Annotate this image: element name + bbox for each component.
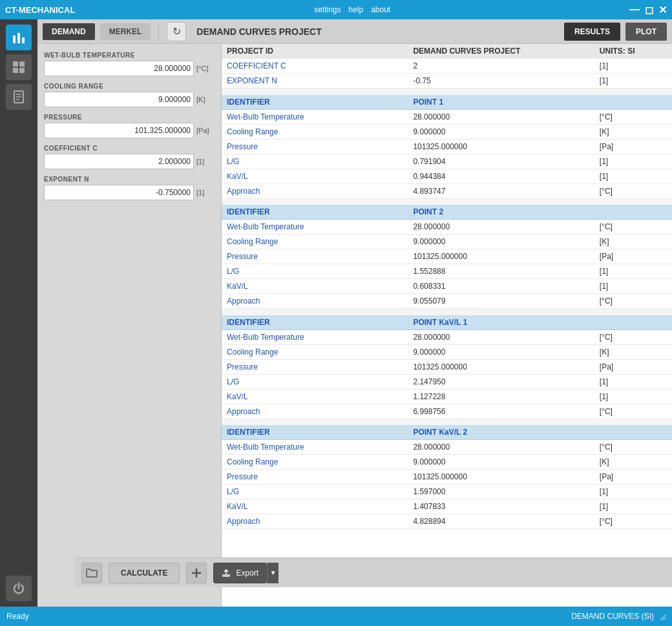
settings-link[interactable]: settings <box>314 5 341 14</box>
cooling-range-unit: [K] <box>196 96 215 103</box>
exponent-unit: [1] <box>196 189 215 196</box>
coefficient-field: COEFFICIENT C [1] <box>44 145 215 169</box>
svg-rect-0 <box>13 36 16 43</box>
table-row: Cooling Range9.000000[K] <box>222 235 672 249</box>
table-row: EXPONENT N-0.75[1] <box>222 74 672 89</box>
svg-line-16 <box>663 618 666 620</box>
table-spacer <box>222 89 672 95</box>
left-sidebar <box>0 19 37 607</box>
titlebar-controls: — ◻ ✕ <box>629 4 667 16</box>
section-header-row: IDENTIFIERPOINT KaV/L 2 <box>222 425 672 440</box>
table-row: Wet-Bulb Temperature28.000000[°C] <box>222 440 672 455</box>
export-button[interactable]: Export <box>213 563 267 583</box>
project-title: DEMAND CURVES PROJECT <box>191 26 559 37</box>
svg-rect-6 <box>19 68 25 73</box>
app-title: CT-MECHANICAL <box>5 5 75 15</box>
table-row: Approach4.828894[°C] <box>222 514 672 529</box>
content-split: WET-BULB TEMPERATURE [°C] COOLING RANGE … <box>37 44 672 607</box>
table-row: KaV/L1.407833[1] <box>222 499 672 514</box>
exponent-input[interactable] <box>44 185 194 200</box>
wet-bulb-unit: [°C] <box>196 65 215 72</box>
cooling-range-label: COOLING RANGE <box>44 83 215 90</box>
left-panel: WET-BULB TEMPERATURE [°C] COOLING RANGE … <box>37 44 222 607</box>
titlebar: CT-MECHANICAL settings help about — ◻ ✕ <box>0 0 672 19</box>
table-row: Pressure101325.000000[Pa] <box>222 359 672 374</box>
coefficient-input[interactable] <box>44 154 194 169</box>
add-button[interactable] <box>186 563 207 583</box>
titlebar-links: settings help about <box>314 5 390 14</box>
section-header-row: IDENTIFIERPOINT KaV/L 1 <box>222 315 672 330</box>
results-button[interactable]: RESULTS <box>564 23 620 41</box>
col-header1: PROJECT ID <box>222 44 408 59</box>
section-header-row: IDENTIFIERPOINT 1 <box>222 95 672 110</box>
about-link[interactable]: about <box>371 5 390 14</box>
exponent-field: EXPONENT N [1] <box>44 176 215 200</box>
export-label: Export <box>236 569 258 578</box>
nav-icon-grid[interactable] <box>6 54 32 80</box>
table-row: Wet-Bulb Temperature28.000000[°C] <box>222 220 672 235</box>
pressure-input[interactable] <box>44 123 194 138</box>
coefficient-unit: [1] <box>196 158 215 165</box>
pressure-field: PRESSURE [Pa] <box>44 114 215 138</box>
svg-rect-13 <box>222 574 230 577</box>
table-row: Cooling Range9.000000[K] <box>222 455 672 470</box>
section-header-row: IDENTIFIERPOINT 2 <box>222 205 672 220</box>
coefficient-label: COEFFICIENT C <box>44 145 215 152</box>
table-header-row: PROJECT IDDEMAND CURVES PROJECTUNITS: SI <box>222 44 672 59</box>
wet-bulb-input[interactable] <box>44 61 194 76</box>
table-row: Approach6.998756[°C] <box>222 404 672 419</box>
table-row: Cooling Range9.000000[K] <box>222 124 672 139</box>
svg-line-15 <box>660 615 666 620</box>
svg-rect-5 <box>13 68 18 73</box>
table-row: KaV/L0.944384[1] <box>222 169 672 183</box>
calculate-button[interactable]: CALCULATE <box>109 563 180 583</box>
status-bar: Ready DEMAND CURVES (SI) <box>0 607 672 626</box>
refresh-button[interactable]: ↻ <box>167 22 186 41</box>
status-right: DEMAND CURVES (SI) <box>571 612 666 621</box>
plot-button[interactable]: PLOT <box>625 23 667 41</box>
table-row: Pressure101325.000000[Pa] <box>222 139 672 154</box>
table-row: Pressure101325.000000[Pa] <box>222 249 672 264</box>
pressure-label: PRESSURE <box>44 114 215 121</box>
restore-icon[interactable]: ◻ <box>645 4 653 16</box>
results-table: PROJECT IDDEMAND CURVES PROJECTUNITS: SI… <box>222 44 672 529</box>
tab-merkel[interactable]: MERKEL <box>100 23 151 40</box>
help-link[interactable]: help <box>348 5 363 14</box>
status-project: DEMAND CURVES (SI) <box>571 612 654 621</box>
table-row: Wet-Bulb Temperature28.000000[°C] <box>222 329 672 344</box>
tab-demand[interactable]: DEMAND <box>43 23 95 40</box>
close-icon[interactable]: ✕ <box>658 4 667 16</box>
wet-bulb-label: WET-BULB TEMPERATURE <box>44 52 215 59</box>
svg-rect-3 <box>13 61 18 67</box>
table-row: KaV/L1.127228[1] <box>222 389 672 404</box>
nav-icon-document[interactable] <box>6 84 32 110</box>
bottom-bar: CALCULATE Export ▼ <box>75 558 672 587</box>
main-area: DEMAND MERKEL ↻ DEMAND CURVES PROJECT RE… <box>37 19 672 607</box>
table-row: L/G0.791904[1] <box>222 154 672 169</box>
svg-rect-4 <box>19 61 25 67</box>
cooling-range-input[interactable] <box>44 92 194 107</box>
right-panel: PROJECT IDDEMAND CURVES PROJECTUNITS: SI… <box>222 44 672 607</box>
table-row: Approach9.055079[°C] <box>222 294 672 309</box>
wet-bulb-field: WET-BULB TEMPERATURE [°C] <box>44 52 215 76</box>
exponent-label: EXPONENT N <box>44 176 215 183</box>
table-row: Cooling Range9.000000[K] <box>222 344 672 359</box>
table-row: COEFFICIENT C2[1] <box>222 59 672 74</box>
table-spacer <box>222 419 672 425</box>
table-row: Approach4.893747[°C] <box>222 183 672 198</box>
open-folder-button[interactable] <box>81 563 102 583</box>
table-row: L/G1.597000[1] <box>222 485 672 499</box>
export-dropdown-button[interactable]: ▼ <box>267 563 278 583</box>
export-group: Export ▼ <box>213 563 278 583</box>
minimize-icon[interactable]: — <box>629 4 640 16</box>
table-spacer <box>222 198 672 205</box>
cooling-range-field: COOLING RANGE [K] <box>44 83 215 107</box>
svg-rect-2 <box>22 37 25 43</box>
pressure-unit: [Pa] <box>196 127 215 134</box>
power-icon[interactable] <box>6 576 32 601</box>
nav-icon-chart[interactable] <box>6 25 32 50</box>
table-row: L/G2.147950[1] <box>222 374 672 389</box>
table-spacer <box>222 309 672 315</box>
col-header2: DEMAND CURVES PROJECT <box>408 44 594 59</box>
col-header3: UNITS: SI <box>594 44 672 59</box>
